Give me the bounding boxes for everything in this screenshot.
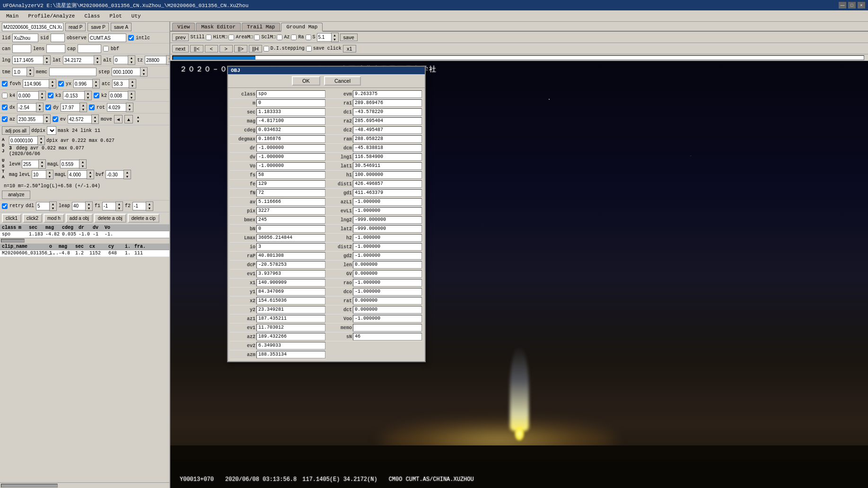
bvf-input[interactable] — [105, 170, 123, 179]
speed-input[interactable] — [317, 33, 331, 42]
rot-check[interactable] — [89, 105, 95, 110]
az-down[interactable]: ▼ — [44, 119, 50, 123]
menu-plot[interactable]: Plot — [105, 12, 126, 20]
az-input[interactable] — [17, 115, 43, 123]
delete-obj-button[interactable]: delete a obj — [94, 214, 126, 223]
fovh-down[interactable]: ▼ — [49, 84, 56, 88]
lat-up[interactable]: ▲ — [94, 56, 101, 60]
prev-button[interactable]: prev — [172, 34, 189, 41]
close-button[interactable]: × — [858, 2, 865, 9]
tz-down[interactable]: ▼ — [167, 60, 170, 64]
observe-input[interactable] — [88, 34, 126, 42]
click1-button[interactable]: click1 — [2, 214, 21, 223]
bottom-scrollbar-thumb[interactable] — [1, 484, 58, 488]
magl2-up[interactable]: ▲ — [87, 170, 94, 174]
click2-button[interactable]: click2 — [23, 214, 42, 223]
f2-down[interactable]: ▼ — [146, 206, 153, 210]
f1-input[interactable] — [102, 202, 115, 210]
k4-check[interactable] — [2, 93, 8, 98]
tme-input[interactable] — [12, 68, 26, 76]
lat-input[interactable] — [63, 56, 94, 64]
atc-down[interactable]: ▼ — [129, 84, 136, 88]
pos-up[interactable]: ▲ — [38, 136, 44, 140]
intlc-checkbox[interactable] — [128, 35, 134, 41]
bvf-up[interactable]: ▲ — [124, 170, 131, 174]
f2-up[interactable]: ▲ — [146, 202, 153, 206]
filename-input[interactable] — [2, 23, 63, 31]
ev-up[interactable]: ▲ — [92, 115, 98, 119]
analyze-button[interactable]: analyze — [2, 191, 30, 199]
leap-down[interactable]: ▼ — [86, 206, 92, 210]
cap-input[interactable] — [78, 44, 101, 53]
rot-up[interactable]: ▲ — [126, 103, 133, 107]
step-input[interactable] — [112, 68, 140, 76]
pause-h-button[interactable]: ||H — [249, 45, 262, 52]
speed-down[interactable]: ▼ — [332, 37, 338, 42]
move-dec[interactable]: ▼ — [135, 119, 141, 123]
speed-up[interactable]: ▲ — [332, 33, 338, 37]
bbf-checkbox[interactable] — [103, 46, 109, 52]
ok-button[interactable]: OK — [292, 76, 320, 86]
atc-input[interactable] — [112, 79, 129, 88]
rot-input[interactable] — [107, 103, 126, 112]
az-nav-check[interactable] — [291, 35, 297, 40]
scrollbar-thumb[interactable] — [1, 239, 25, 243]
lng-input[interactable] — [12, 56, 43, 64]
obj-dialog[interactable]: OBJ OK Cancel classspom0sec1.183333mag-4… — [227, 66, 426, 362]
menu-profile-analyze[interactable]: Profile/Analyze — [24, 12, 79, 20]
ddl-up[interactable]: ▲ — [50, 202, 56, 206]
rewind-button[interactable]: ||< — [190, 45, 203, 52]
ddl-down[interactable]: ▼ — [50, 206, 56, 210]
k3-up[interactable]: ▲ — [85, 91, 91, 96]
pos-input[interactable] — [9, 136, 37, 145]
dy-check[interactable] — [45, 105, 51, 110]
save-p-button[interactable]: save P — [88, 23, 109, 31]
levh-up[interactable]: ▲ — [39, 160, 45, 164]
k3-down[interactable]: ▼ — [85, 96, 91, 100]
k2-up[interactable]: ▲ — [128, 91, 135, 96]
ev-check[interactable] — [53, 116, 58, 122]
k3-input[interactable] — [63, 91, 84, 100]
main-view[interactable]: ２０２０－０６－０６ ０３：１３：５８ 中国矿业大学星河天文学社 Y00013+… — [170, 61, 868, 488]
step-fwd-button[interactable]: > — [219, 45, 233, 52]
fovh-check[interactable] — [2, 81, 8, 87]
bottom-scrollbar[interactable] — [0, 482, 169, 488]
menu-class[interactable]: Class — [80, 12, 104, 20]
step-down[interactable]: ▼ — [140, 72, 147, 76]
tab-mask-editor[interactable]: Mask Editor — [196, 23, 241, 31]
dy-up[interactable]: ▲ — [80, 103, 87, 107]
levh-down[interactable]: ▼ — [39, 164, 45, 168]
ev-input[interactable] — [68, 115, 91, 123]
lens-input[interactable] — [46, 44, 65, 53]
az-up[interactable]: ▲ — [44, 115, 50, 119]
tab-ground-map[interactable]: Ground Map — [281, 23, 323, 32]
minimize-button[interactable]: — — [839, 2, 846, 9]
k3-check[interactable] — [48, 93, 53, 98]
ev-down[interactable]: ▼ — [92, 119, 98, 123]
move-left-button[interactable]: ◄ — [114, 115, 123, 123]
clip-table-row[interactable]: M20200606_031356_... 1. -4.8 1.2 1152 64… — [0, 250, 169, 257]
ra-check[interactable] — [306, 35, 311, 40]
step-up[interactable]: ▲ — [140, 68, 147, 72]
sclm-check[interactable] — [277, 35, 282, 40]
tz-up[interactable]: ▲ — [167, 56, 170, 60]
move-up-button[interactable]: ▲ — [124, 115, 133, 123]
lng-up[interactable]: ▲ — [44, 56, 50, 60]
delete-cip-button[interactable]: delete a cip — [128, 214, 159, 223]
yx-up[interactable]: ▲ — [93, 79, 99, 84]
dy-down[interactable]: ▼ — [80, 107, 87, 112]
k2-down[interactable]: ▼ — [128, 96, 135, 100]
dy-input[interactable] — [61, 103, 79, 112]
f1-down[interactable]: ▼ — [116, 206, 123, 210]
step-back-button[interactable]: < — [205, 45, 218, 52]
yx-down[interactable]: ▼ — [93, 84, 99, 88]
rot-down[interactable]: ▼ — [126, 107, 133, 112]
k4-down[interactable]: ▼ — [39, 96, 45, 100]
k4-up[interactable]: ▲ — [39, 91, 45, 96]
f2-input[interactable] — [132, 202, 146, 210]
mod-h-button[interactable]: mod h — [44, 214, 64, 223]
save-button[interactable]: save — [340, 34, 358, 41]
next-button[interactable]: next — [172, 45, 189, 52]
retry-checkbox[interactable] — [2, 203, 8, 209]
x1-button[interactable]: x1 — [343, 45, 356, 52]
